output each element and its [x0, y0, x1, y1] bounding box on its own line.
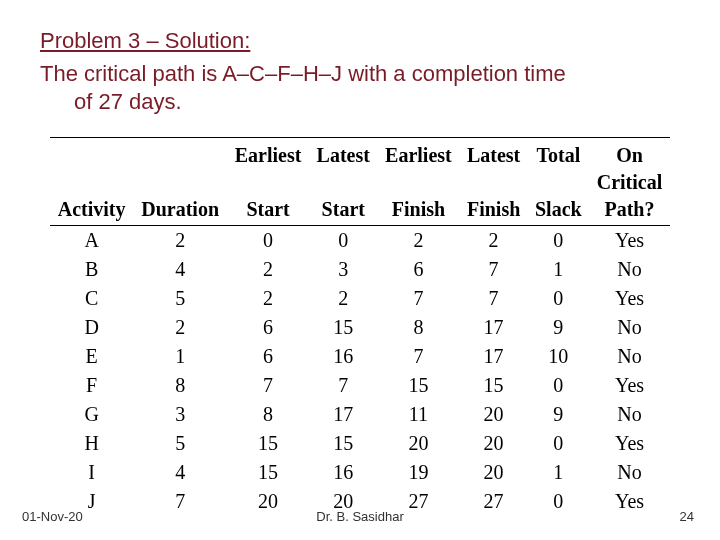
cell-ls: 16 — [309, 458, 377, 487]
table-row: E161671710No — [50, 342, 670, 371]
col-lf-bot: Finish — [459, 196, 527, 226]
cell-crit: No — [589, 400, 670, 429]
table-row: I4151619201No — [50, 458, 670, 487]
cell-lf: 7 — [459, 255, 527, 284]
subtitle-line-2: of 27 days. — [40, 89, 182, 114]
cell-duration: 4 — [133, 458, 227, 487]
cell-duration: 2 — [133, 226, 227, 256]
cell-crit: Yes — [589, 371, 670, 400]
cell-duration: 1 — [133, 342, 227, 371]
table-row: G381711209No — [50, 400, 670, 429]
cell-activity: E — [50, 342, 133, 371]
cell-es: 8 — [227, 400, 309, 429]
cell-activity: H — [50, 429, 133, 458]
cell-es: 2 — [227, 255, 309, 284]
cell-crit: Yes — [589, 226, 670, 256]
cell-es: 0 — [227, 226, 309, 256]
cell-es: 2 — [227, 284, 309, 313]
cell-slack: 9 — [528, 400, 589, 429]
cell-activity: B — [50, 255, 133, 284]
cell-crit: No — [589, 458, 670, 487]
col-crit-bot: Path? — [589, 196, 670, 226]
cell-activity: G — [50, 400, 133, 429]
table-row: C522770Yes — [50, 284, 670, 313]
cell-crit: Yes — [589, 429, 670, 458]
cell-ef: 7 — [377, 342, 459, 371]
cell-ef: 7 — [377, 284, 459, 313]
cell-slack: 9 — [528, 313, 589, 342]
col-ef-bot: Finish — [377, 196, 459, 226]
cell-ef: 15 — [377, 371, 459, 400]
cell-slack: 10 — [528, 342, 589, 371]
footer-page: 24 — [680, 509, 694, 524]
cell-ls: 2 — [309, 284, 377, 313]
cell-es: 15 — [227, 429, 309, 458]
cell-activity: I — [50, 458, 133, 487]
cell-ef: 20 — [377, 429, 459, 458]
subtitle-line-1: The critical path is A–C–F–H–J with a co… — [40, 61, 566, 86]
footer-lecturer: Dr. B. Sasidhar — [0, 509, 720, 524]
table-row: D26158179No — [50, 313, 670, 342]
cell-lf: 20 — [459, 400, 527, 429]
cell-ls: 16 — [309, 342, 377, 371]
cell-ls: 17 — [309, 400, 377, 429]
cell-slack: 0 — [528, 429, 589, 458]
cell-ef: 8 — [377, 313, 459, 342]
cell-ls: 0 — [309, 226, 377, 256]
cell-slack: 0 — [528, 284, 589, 313]
cell-duration: 2 — [133, 313, 227, 342]
slide-subtitle: The critical path is A–C–F–H–J with a co… — [40, 60, 680, 115]
table-header: Earliest Latest Earliest Latest Total On… — [50, 138, 670, 226]
col-crit-top: On — [589, 138, 670, 170]
col-slack-top: Total — [528, 138, 589, 170]
cell-activity: C — [50, 284, 133, 313]
cell-activity: A — [50, 226, 133, 256]
cell-crit: No — [589, 313, 670, 342]
cell-ls: 15 — [309, 313, 377, 342]
cell-ls: 3 — [309, 255, 377, 284]
cell-crit: No — [589, 342, 670, 371]
col-slack-bot: Slack — [528, 196, 589, 226]
cell-activity: D — [50, 313, 133, 342]
cell-es: 7 — [227, 371, 309, 400]
cell-ls: 15 — [309, 429, 377, 458]
col-es-bot: Start — [227, 196, 309, 226]
cell-lf: 17 — [459, 342, 527, 371]
cell-lf: 15 — [459, 371, 527, 400]
cell-lf: 17 — [459, 313, 527, 342]
schedule-table-wrap: Earliest Latest Earliest Latest Total On… — [50, 137, 670, 516]
table-row: A200220Yes — [50, 226, 670, 256]
col-ef-top: Earliest — [377, 138, 459, 170]
cell-duration: 8 — [133, 371, 227, 400]
col-activity: Activity — [50, 196, 133, 226]
cell-ef: 2 — [377, 226, 459, 256]
table-row: B423671No — [50, 255, 670, 284]
slide: Problem 3 – Solution: The critical path … — [0, 0, 720, 540]
cell-crit: No — [589, 255, 670, 284]
cell-duration: 3 — [133, 400, 227, 429]
cell-lf: 20 — [459, 458, 527, 487]
schedule-table: Earliest Latest Earliest Latest Total On… — [50, 137, 670, 516]
slide-title: Problem 3 – Solution: — [40, 28, 680, 54]
cell-lf: 20 — [459, 429, 527, 458]
cell-slack: 0 — [528, 226, 589, 256]
col-ls-top: Latest — [309, 138, 377, 170]
col-lf-top: Latest — [459, 138, 527, 170]
cell-duration: 5 — [133, 429, 227, 458]
cell-slack: 0 — [528, 371, 589, 400]
cell-activity: F — [50, 371, 133, 400]
cell-ef: 19 — [377, 458, 459, 487]
cell-duration: 5 — [133, 284, 227, 313]
cell-slack: 1 — [528, 255, 589, 284]
cell-lf: 2 — [459, 226, 527, 256]
col-es-top: Earliest — [227, 138, 309, 170]
cell-ef: 11 — [377, 400, 459, 429]
cell-duration: 4 — [133, 255, 227, 284]
cell-slack: 1 — [528, 458, 589, 487]
cell-lf: 7 — [459, 284, 527, 313]
col-ls-bot: Start — [309, 196, 377, 226]
col-crit-mid: Critical — [589, 169, 670, 196]
cell-ef: 6 — [377, 255, 459, 284]
cell-es: 6 — [227, 342, 309, 371]
cell-es: 6 — [227, 313, 309, 342]
